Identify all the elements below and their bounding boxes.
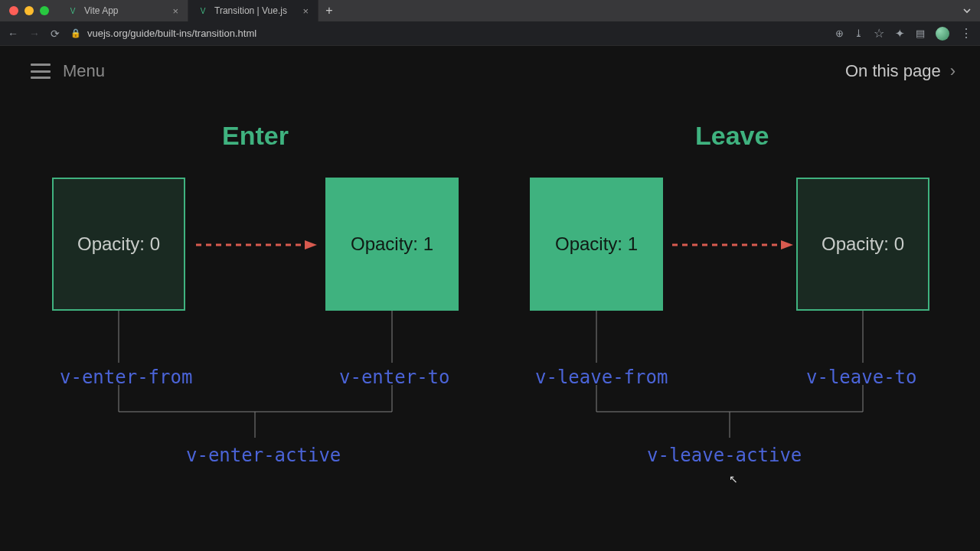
url-text: vuejs.org/guide/built-ins/transition.htm…: [87, 28, 256, 39]
window-expand-tabs-icon[interactable]: [962, 5, 972, 16]
window-titlebar: V Vite App × V Transition | Vue.js × +: [0, 0, 980, 21]
diagram-connectors: [0, 46, 980, 551]
leave-active-class-label: v-leave-active: [647, 445, 802, 466]
window-zoom-button[interactable]: [40, 6, 49, 15]
nav-forward-button[interactable]: →: [29, 28, 40, 40]
enter-active-class-label: v-enter-active: [186, 445, 341, 466]
side-panel-icon[interactable]: ▤: [916, 28, 925, 39]
zoom-icon[interactable]: ⊕: [835, 28, 844, 39]
browser-tab-1[interactable]: V Vite App ×: [58, 0, 188, 21]
tab-title: Vite App: [84, 5, 118, 16]
enter-to-class-label: v-enter-to: [339, 367, 450, 388]
window-close-button[interactable]: [9, 6, 18, 15]
enter-from-class-label: v-enter-from: [60, 367, 192, 388]
nav-reload-button[interactable]: ⟳: [51, 28, 60, 40]
bookmark-star-icon[interactable]: ☆: [874, 26, 884, 41]
tab-close-icon[interactable]: ×: [172, 5, 178, 17]
tab-strip: V Vite App × V Transition | Vue.js × +: [58, 0, 340, 21]
browser-toolbar: ← → ⟳ 🔒 vuejs.org/guide/built-ins/transi…: [0, 21, 980, 46]
vue-favicon-icon: V: [198, 5, 208, 16]
traffic-lights: [0, 6, 49, 15]
leave-to-class-label: v-leave-to: [806, 367, 917, 388]
vite-favicon-icon: V: [67, 5, 78, 16]
address-bar[interactable]: 🔒 vuejs.org/guide/built-ins/transition.h…: [70, 28, 825, 39]
window-minimize-button[interactable]: [24, 6, 34, 15]
kebab-menu-icon[interactable]: ⋮: [960, 26, 972, 41]
lock-icon: 🔒: [70, 28, 81, 38]
extensions-puzzle-icon[interactable]: ✦: [895, 27, 905, 41]
leave-from-class-label: v-leave-from: [535, 367, 668, 388]
new-tab-button[interactable]: +: [318, 0, 340, 21]
nav-back-button[interactable]: ←: [8, 28, 18, 40]
browser-tab-2[interactable]: V Transition | Vue.js ×: [188, 0, 318, 21]
tab-title: Transition | Vue.js: [214, 5, 287, 16]
page-content: Menu On this page › Enter Leave Opacity:…: [0, 46, 980, 551]
tab-close-icon[interactable]: ×: [302, 5, 309, 17]
install-icon[interactable]: ⤓: [854, 28, 863, 39]
profile-avatar[interactable]: [936, 27, 949, 41]
